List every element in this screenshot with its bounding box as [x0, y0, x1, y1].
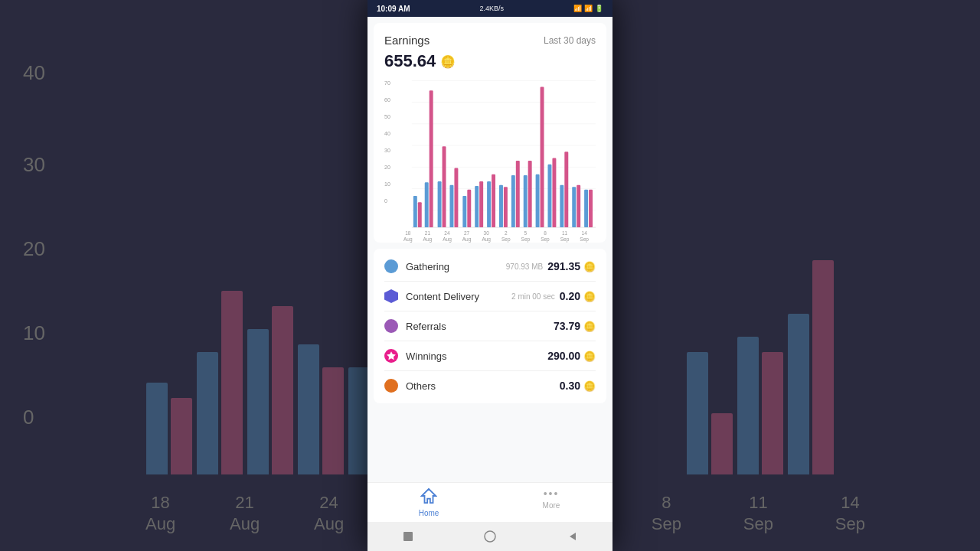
y-label-0: 0 — [384, 198, 390, 204]
gathering-label: Gathering — [406, 261, 506, 272]
svg-rect-8 — [413, 196, 417, 227]
earnings-card: Earnings Last 30 days 655.64 🪙 70 60 50 … — [374, 23, 606, 243]
svg-rect-40 — [403, 532, 413, 541]
x-label-11sep: 11Sep — [560, 230, 570, 243]
gathering-icon — [384, 259, 398, 273]
svg-rect-33 — [564, 152, 568, 227]
svg-rect-13 — [443, 146, 446, 227]
others-row[interactable]: Others 0.30 🪙 — [384, 371, 596, 400]
gathering-detail: 970.93 MB — [506, 262, 543, 271]
status-speed: 2.4KB/s — [480, 5, 505, 12]
wifi-icon: 📶 — [584, 5, 593, 12]
others-coin: 🪙 — [583, 380, 596, 392]
gathering-coin: 🪙 — [583, 261, 596, 272]
content-delivery-coin: 🪙 — [583, 291, 596, 302]
x-label-14sep: 14Sep — [580, 230, 589, 243]
nav-home[interactable]: Home — [368, 487, 490, 517]
others-amount: 0.30 — [560, 380, 580, 392]
referrals-icon — [384, 319, 398, 333]
bg-x-label-21aug: 21Aug — [230, 492, 260, 536]
svg-rect-14 — [449, 185, 453, 227]
status-bar: 10:09 AM 2.4KB/s 📶 📶 🔋 — [368, 0, 612, 17]
coin-icon: 🪙 — [440, 54, 456, 69]
battery-icon: 🔋 — [595, 5, 603, 12]
svg-rect-19 — [479, 181, 483, 227]
earnings-list: Gathering 970.93 MB 291.35 🪙 Content Del… — [374, 249, 606, 403]
referrals-coin: 🪙 — [583, 321, 596, 332]
x-label-30aug: 30Aug — [482, 230, 491, 243]
y-label-30: 30 — [384, 148, 390, 153]
x-label-5sep: 5Sep — [521, 230, 531, 243]
x-label-2sep: 2Sep — [501, 230, 511, 243]
y-label-60: 60 — [384, 97, 390, 103]
x-labels: 18Aug 21Aug 24Aug 27Aug 30Aug 2Sep 5Sep … — [384, 230, 596, 243]
bg-y-label-10: 10 — [23, 321, 45, 345]
main-content: Earnings Last 30 days 655.64 🪙 70 60 50 … — [368, 17, 612, 551]
winnings-label: Winnings — [406, 350, 543, 362]
y-label-20: 20 — [384, 165, 390, 170]
svg-rect-12 — [438, 181, 442, 227]
svg-rect-31 — [552, 158, 556, 228]
sys-circle[interactable] — [483, 530, 497, 543]
bg-y-label-0: 0 — [23, 406, 34, 429]
content-delivery-icon — [384, 289, 398, 303]
bg-x-label-11sep: 11Sep — [743, 492, 773, 536]
content-delivery-row[interactable]: Content Delivery 2 min 00 sec 0.20 🪙 — [384, 282, 596, 311]
sys-back[interactable] — [565, 530, 579, 543]
gathering-amount: 291.35 — [547, 260, 580, 272]
svg-rect-29 — [541, 87, 544, 228]
svg-rect-32 — [560, 185, 564, 227]
svg-rect-16 — [462, 196, 466, 227]
status-icons: 📶 📶 🔋 — [573, 5, 603, 12]
svg-rect-25 — [516, 161, 520, 227]
bg-y-label-20: 20 — [23, 237, 45, 261]
sys-square[interactable] — [401, 530, 415, 543]
svg-rect-20 — [487, 181, 491, 227]
referrals-row[interactable]: Referrals 73.79 🪙 — [384, 311, 596, 341]
x-label-24aug: 24Aug — [443, 230, 452, 243]
x-label-8sep: 8Sep — [541, 230, 550, 243]
phone-frame: 10:09 AM 2.4KB/s 📶 📶 🔋 Earnings Last 30 … — [368, 0, 612, 551]
earnings-total: 655.64 🪙 — [384, 51, 596, 71]
svg-rect-9 — [418, 202, 422, 227]
bar-chart: 70 60 50 40 30 20 10 0 — [384, 79, 596, 232]
content-delivery-detail: 2 min 00 sec — [511, 292, 555, 301]
svg-rect-37 — [589, 190, 593, 227]
svg-rect-34 — [572, 187, 576, 227]
svg-rect-11 — [430, 90, 433, 227]
svg-rect-35 — [577, 185, 580, 227]
svg-marker-39 — [422, 489, 436, 503]
others-icon — [384, 379, 398, 393]
winnings-icon — [384, 349, 398, 363]
home-label: Home — [419, 509, 439, 517]
x-label-27aug: 27Aug — [462, 230, 472, 243]
svg-rect-28 — [536, 174, 540, 227]
y-label-40: 40 — [384, 131, 390, 136]
others-label: Others — [406, 380, 555, 392]
svg-rect-24 — [511, 175, 515, 227]
signal-icon: 📶 — [573, 5, 582, 12]
content-delivery-label: Content Delivery — [406, 291, 511, 302]
svg-marker-38 — [387, 351, 396, 360]
winnings-coin: 🪙 — [583, 350, 596, 362]
winnings-row[interactable]: Winnings 290.00 🪙 — [384, 341, 596, 371]
total-amount: 655.64 — [384, 51, 436, 71]
more-label: More — [543, 501, 560, 510]
content-delivery-amount: 0.20 — [560, 290, 580, 302]
chart-svg — [384, 79, 596, 232]
bg-y-label-30: 30 — [23, 153, 45, 177]
winnings-amount: 290.00 — [547, 350, 580, 362]
status-time: 10:09 AM — [377, 5, 410, 13]
svg-rect-15 — [454, 168, 458, 227]
system-nav — [368, 522, 612, 551]
x-label-18aug: 18Aug — [403, 230, 413, 243]
home-icon — [420, 487, 437, 507]
gathering-row[interactable]: Gathering 970.93 MB 291.35 🪙 — [384, 252, 596, 282]
svg-rect-21 — [492, 174, 495, 227]
nav-more[interactable]: ••• More — [490, 487, 612, 517]
y-label-70: 70 — [384, 80, 390, 86]
svg-rect-30 — [547, 165, 551, 227]
referrals-amount: 73.79 — [554, 320, 580, 332]
x-label-21aug: 21Aug — [423, 230, 433, 243]
bottom-nav: Home ••• More — [368, 482, 612, 522]
